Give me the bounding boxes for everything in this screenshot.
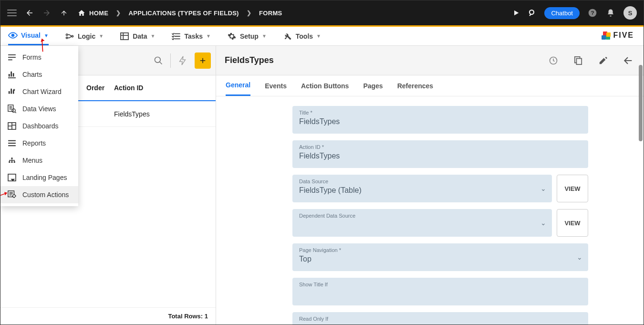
svg-point-8 — [155, 57, 161, 63]
dd-landing-pages[interactable]: Landing Pages — [0, 169, 78, 186]
menu-tools[interactable]: Tools▼ — [283, 27, 321, 45]
tab-events[interactable]: Events — [265, 75, 287, 96]
breadcrumb-applications[interactable]: APPLICATIONS (TYPES OF FIELDS) — [129, 10, 239, 17]
gear-icon — [227, 32, 237, 41]
menu-data[interactable]: Data▼ — [120, 27, 155, 45]
chevron-down-icon: ▼ — [44, 33, 49, 38]
edit-icon[interactable] — [596, 53, 610, 68]
svg-point-5 — [66, 37, 67, 38]
view-data-source-button[interactable]: VIEW — [557, 175, 588, 202]
breadcrumb-home[interactable]: HOME — [78, 9, 108, 17]
history-icon[interactable] — [546, 53, 561, 68]
chevron-down-icon: ▼ — [151, 33, 156, 39]
field-dependent-data-source[interactable]: Dependent Data Source ⌄ — [292, 209, 552, 237]
left-pane: Forms Charts Chart Wizard Data Views Das… — [0, 46, 216, 325]
tools-icon — [283, 32, 292, 41]
dd-reports[interactable]: Reports — [0, 135, 78, 152]
dashboards-icon — [7, 122, 17, 130]
chevron-down-icon: ▼ — [99, 33, 104, 39]
scrollbar[interactable] — [639, 65, 643, 141]
reports-icon — [7, 139, 17, 147]
chevron-down-icon: ▼ — [206, 33, 211, 39]
dd-forms[interactable]: Forms — [0, 49, 78, 66]
breadcrumb: HOME ❯ APPLICATIONS (TYPES OF FIELDS) ❯ … — [78, 9, 282, 17]
wizard-icon — [7, 87, 17, 96]
field-action-id[interactable]: Action ID * FieldsTypes — [292, 140, 588, 168]
svg-point-14 — [11, 161, 13, 163]
lightning-button[interactable] — [176, 53, 190, 68]
help-icon[interactable]: ? — [587, 8, 598, 18]
search-button[interactable] — [151, 53, 166, 68]
view-dep-data-source-button[interactable]: VIEW — [557, 209, 588, 237]
svg-text:?: ? — [591, 10, 594, 16]
menubar: Visual▼ Logic▼ Data▼ Tasks▼ Setup▼ Tools… — [0, 27, 644, 46]
dd-dashboards[interactable]: Dashboards — [0, 117, 78, 135]
menu-visual[interactable]: Visual▼ — [8, 27, 49, 45]
svg-point-4 — [66, 34, 67, 35]
breadcrumb-forms[interactable]: FORMS — [259, 10, 282, 17]
bell-icon[interactable] — [605, 8, 616, 18]
dd-data-views[interactable]: Data Views — [0, 100, 78, 117]
forward-button — [42, 9, 51, 17]
page-title: FieldsTypes — [225, 55, 274, 65]
avatar[interactable]: S — [623, 6, 637, 20]
up-button[interactable] — [60, 9, 68, 17]
dataviews-icon — [7, 105, 17, 113]
chevron-down-icon: ⌄ — [540, 185, 546, 192]
custom-icon — [7, 190, 17, 199]
menu-setup[interactable]: Setup▼ — [227, 27, 267, 45]
right-pane: FieldsTypes General Events Action Button… — [216, 46, 644, 325]
tab-pages[interactable]: Pages — [363, 75, 383, 96]
hamburger-icon[interactable] — [7, 10, 17, 16]
dd-custom-actions[interactable]: Custom Actions — [0, 186, 78, 203]
tab-general[interactable]: General — [226, 75, 250, 96]
chatbot-button[interactable]: Chatbot — [544, 7, 580, 19]
svg-rect-19 — [576, 58, 582, 64]
field-page-navigation[interactable]: Page Navigation * Top ⌄ — [292, 243, 588, 271]
tabs: General Events Action Buttons Pages Refe… — [216, 75, 644, 96]
back-icon[interactable] — [621, 53, 635, 68]
chevron-down-icon: ▼ — [262, 33, 267, 39]
dd-chart-wizard[interactable]: Chart Wizard — [0, 83, 78, 100]
search-icon[interactable] — [528, 9, 537, 17]
chevron-right-icon: ❯ — [247, 10, 251, 16]
field-title[interactable]: Title * FieldsTypes — [292, 106, 588, 134]
svg-point-0 — [530, 10, 534, 14]
play-icon[interactable] — [512, 9, 520, 17]
svg-point-13 — [9, 161, 10, 163]
logic-icon — [65, 32, 74, 41]
right-header: FieldsTypes — [216, 46, 644, 75]
menus-icon — [7, 156, 17, 165]
forms-icon — [7, 53, 17, 62]
svg-rect-7 — [121, 32, 128, 39]
svg-point-12 — [11, 157, 13, 159]
chevron-down-icon: ⌄ — [577, 253, 582, 261]
chevron-down-icon: ⌄ — [540, 219, 546, 227]
svg-point-10 — [12, 109, 15, 112]
svg-point-3 — [12, 34, 14, 37]
menu-tasks[interactable]: Tasks▼ — [171, 27, 211, 45]
tasks-icon — [171, 32, 181, 41]
field-show-title-if[interactable]: Show Title If — [292, 278, 588, 305]
field-read-only-if[interactable]: Read Only If — [292, 312, 588, 325]
landing-icon — [7, 173, 17, 182]
data-icon — [120, 32, 129, 41]
back-button[interactable] — [25, 9, 34, 17]
chevron-right-icon: ❯ — [116, 10, 121, 16]
tab-action-buttons[interactable]: Action Buttons — [301, 75, 349, 96]
menu-logic[interactable]: Logic▼ — [65, 27, 104, 45]
topbar: HOME ❯ APPLICATIONS (TYPES OF FIELDS) ❯ … — [0, 0, 644, 25]
col-action-id[interactable]: Action ID — [105, 84, 216, 92]
logo: FIVE — [601, 31, 634, 40]
svg-point-15 — [14, 161, 16, 163]
add-button[interactable] — [195, 52, 211, 69]
copy-icon[interactable] — [571, 53, 585, 68]
field-data-source[interactable]: Data Source FieldsType (Table) ⌄ — [292, 175, 552, 202]
total-rows: Total Rows: 1 — [0, 307, 216, 325]
tab-references[interactable]: References — [397, 75, 434, 96]
dd-menus[interactable]: Menus — [0, 152, 78, 169]
svg-point-6 — [72, 35, 73, 37]
chevron-down-icon: ▼ — [316, 33, 321, 39]
visual-dropdown: Forms Charts Chart Wizard Data Views Das… — [0, 46, 78, 206]
dd-charts[interactable]: Charts — [0, 66, 78, 83]
